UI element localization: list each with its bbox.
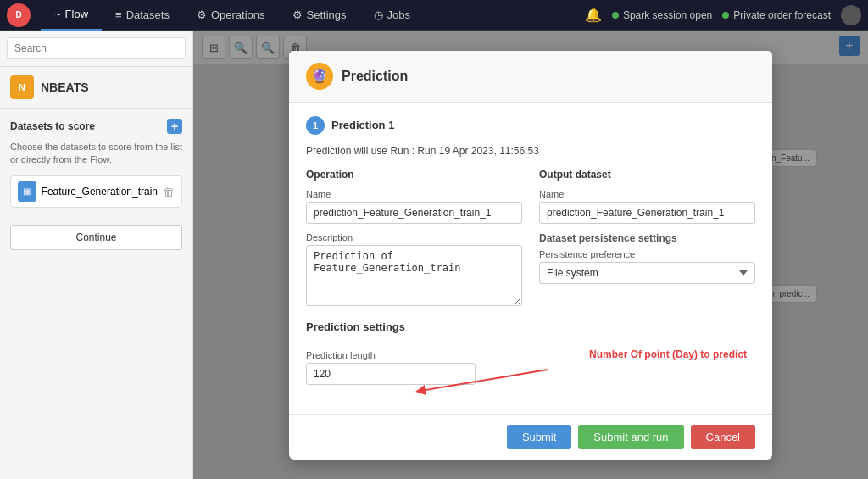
section-desc: Choose the datasets to score from the li… xyxy=(10,141,182,167)
prediction-step: 1 Prediction 1 xyxy=(306,116,755,135)
nav-item-operations[interactable]: ⚙ Operations xyxy=(183,0,279,31)
spark-dot xyxy=(612,12,619,19)
modal-footer: Submit Submit and run Cancel xyxy=(289,414,772,460)
continue-button[interactable]: Continue xyxy=(10,225,182,250)
output-section-heading: Output dataset xyxy=(539,169,755,181)
nav-item-settings[interactable]: ⚙ Settings xyxy=(279,0,360,31)
nav-item-datasets[interactable]: ≡ Datasets xyxy=(102,0,183,31)
dataset-item: ▦ Feature_Generation_train 🗑 xyxy=(10,175,182,208)
datasets-section: Datasets to score + Choose the datasets … xyxy=(0,109,192,225)
modal-title: Prediction xyxy=(342,69,408,84)
operation-description-input[interactable]: Prediction of Feature_Generation_train xyxy=(306,245,522,306)
jobs-icon: ◷ xyxy=(374,8,383,21)
annotation-text: Number Of point (Day) to predict xyxy=(589,348,747,360)
main-layout: N NBEATS Datasets to score + Choose the … xyxy=(0,31,868,479)
persistence-heading: Dataset persistence settings xyxy=(539,232,755,244)
user-avatar[interactable] xyxy=(841,5,861,25)
nav-items: ~ Flow ≡ Datasets ⚙ Operations ⚙ Setting… xyxy=(41,0,585,31)
bell-icon[interactable]: 🔔 xyxy=(585,7,602,23)
cancel-button[interactable]: Cancel xyxy=(691,425,755,449)
nbeats-icon: N xyxy=(10,75,34,99)
persistence-select[interactable]: File system xyxy=(539,262,755,284)
modal-overlay: 🔮 Prediction 1 Prediction 1 Prediction w… xyxy=(193,31,868,479)
section-title: Datasets to score xyxy=(10,120,95,132)
dataset-icon: ▦ xyxy=(18,181,36,202)
section-header: Datasets to score + xyxy=(10,119,182,134)
sidebar: N NBEATS Datasets to score + Choose the … xyxy=(0,31,193,479)
prediction-info: Prediction will use Run : Run 19 Apr 202… xyxy=(306,145,755,157)
content-area: ⊞ 🔍 🔍 🗑 + prediction_Featu... prediction… xyxy=(193,31,868,479)
step-label: Prediction 1 xyxy=(331,119,394,131)
search-input[interactable] xyxy=(7,37,186,59)
nav-right: 🔔 Spark session open Private order forec… xyxy=(585,5,861,25)
top-navigation: D ~ Flow ≡ Datasets ⚙ Operations ⚙ Setti… xyxy=(0,0,868,31)
out-name-label: Name xyxy=(539,189,755,199)
operation-section-heading: Operation xyxy=(306,169,522,181)
prediction-modal: 🔮 Prediction 1 Prediction 1 Prediction w… xyxy=(289,51,772,460)
modal-header: 🔮 Prediction xyxy=(289,51,772,103)
app-logo[interactable]: D xyxy=(7,3,31,27)
nav-item-flow[interactable]: ~ Flow xyxy=(41,0,102,31)
delete-dataset-button[interactable]: 🗑 xyxy=(163,185,175,198)
op-name-label: Name xyxy=(306,189,522,199)
prediction-icon: 🔮 xyxy=(306,63,333,90)
op-desc-label: Description xyxy=(306,232,522,242)
spark-session-status: Spark session open xyxy=(612,9,712,21)
pred-settings-title: Prediction settings xyxy=(306,320,755,333)
operations-icon: ⚙ xyxy=(197,8,207,21)
search-area xyxy=(0,31,192,67)
operation-name-input[interactable] xyxy=(306,202,522,224)
submit-button[interactable]: Submit xyxy=(507,425,571,449)
annotation-area: Number Of point (Day) to predict Predict… xyxy=(306,350,755,393)
add-dataset-button[interactable]: + xyxy=(167,119,182,134)
prediction-length-input[interactable] xyxy=(306,363,476,385)
prediction-settings: Prediction settings xyxy=(306,320,755,393)
operation-column: Operation Name Description Prediction of… xyxy=(306,169,522,309)
settings-icon: ⚙ xyxy=(292,8,303,21)
submit-and-run-button[interactable]: Submit and run xyxy=(578,425,683,449)
flow-icon: ~ xyxy=(54,8,61,20)
nbeats-header: N NBEATS xyxy=(0,67,192,109)
dataset-name: Feature_Generation_train xyxy=(42,186,158,198)
step-badge: 1 xyxy=(306,116,325,135)
private-dot xyxy=(722,12,729,19)
private-order-status: Private order forecast xyxy=(722,9,831,21)
nav-item-jobs[interactable]: ◷ Jobs xyxy=(360,0,424,31)
persistence-pref-label: Persistence preference xyxy=(539,249,755,259)
nbeats-title: NBEATS xyxy=(41,81,89,94)
output-dataset-column: Output dataset Name Dataset persistence … xyxy=(539,169,755,309)
datasets-icon: ≡ xyxy=(115,8,122,21)
modal-body: 1 Prediction 1 Prediction will use Run :… xyxy=(289,103,772,414)
output-name-input[interactable] xyxy=(539,202,755,224)
two-column-layout: Operation Name Description Prediction of… xyxy=(306,169,755,309)
